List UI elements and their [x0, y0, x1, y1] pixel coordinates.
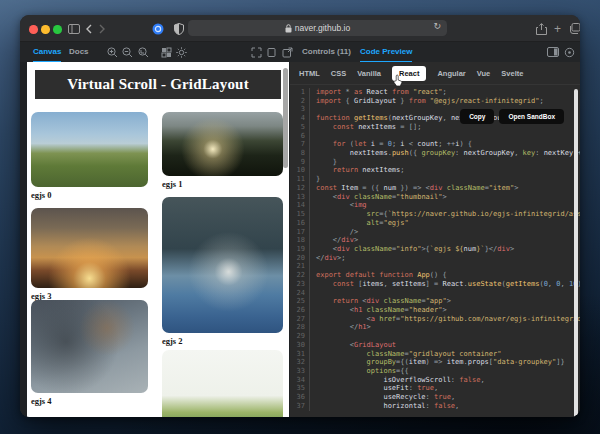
tab-docs[interactable]: Docs [69, 42, 89, 63]
code-actions: Copy Open SandBox [460, 109, 564, 124]
code-line-10: 10 return nextItems; [290, 166, 580, 175]
code-line-20: 20</div>; [290, 254, 580, 263]
code-tab-vanilla[interactable]: Vanilla [357, 69, 381, 78]
code-line-35: 35 useFit: true, [290, 384, 580, 393]
code-line-5: 5 const nextItems = []; [290, 123, 580, 132]
code-line-25: 25 return <div className="app"> [290, 297, 580, 306]
background-sun-icon[interactable] [176, 47, 187, 58]
code-line-16: 16 alt="egjs" [290, 219, 580, 228]
photo-caption-0: egjs 0 [31, 190, 52, 200]
address-text: naver.github.io [295, 23, 350, 33]
photo-caption-2: egjs 2 [162, 336, 183, 346]
tab-overview-icon[interactable] [568, 22, 580, 35]
panel-position-icon[interactable] [547, 47, 558, 58]
shortcuts-gear-icon[interactable] [564, 47, 575, 58]
code-line-21: 21 [290, 262, 580, 271]
code-line-2: 2import { GridLayout } from "@egjs/react… [290, 97, 580, 106]
code-scrollbar[interactable] [574, 89, 579, 417]
tab-canvas[interactable]: Canvas [33, 42, 61, 63]
code-line-17: 17 /> [290, 228, 580, 237]
code-line-26: 26 <h1 className="header"> [290, 306, 580, 315]
minimize-window-button[interactable] [41, 25, 50, 34]
code-line-32: 32 groupBy={(item) => item.props["data-g… [290, 358, 580, 367]
code-line-15: 15 src={`https://naver.github.io/egjs-in… [290, 210, 580, 219]
code-line-8: 8 nextItems.push({ groupKey: nextGroupKe… [290, 149, 580, 158]
preview-panel: Virtual Scroll - GridLayout egjs 0egjs 1… [27, 62, 289, 417]
photo-card-0 [31, 112, 148, 187]
code-tab-html[interactable]: HTML [299, 69, 320, 78]
tab-code-preview[interactable]: Code Preview [360, 42, 412, 63]
cursor-hand-icon [393, 74, 404, 87]
code-line-1: 1import * as React from "react"; [290, 88, 580, 97]
code-line-9: 9 } [290, 158, 580, 167]
code-line-34: 34 isOverflowScroll: false, [290, 376, 580, 385]
reload-icon[interactable]: ↻ [433, 21, 441, 31]
photo-caption-1: egjs 1 [162, 179, 183, 189]
desktop-wallpaper: naver.github.io ↻ + Canvas Docs [0, 0, 600, 434]
browser-window: naver.github.io ↻ + Canvas Docs [20, 15, 580, 417]
code-line-22: 22export default function App() { [290, 271, 580, 280]
code-line-30: 30 <GridLayout [290, 341, 580, 350]
zoom-reset-icon[interactable] [138, 47, 149, 58]
code-line-28: 28 </h1> [290, 323, 580, 332]
photo-caption-4: egjs 4 [31, 396, 52, 406]
code-line-14: 14 <img [290, 201, 580, 210]
code-editor: 1import * as React from "react";2import … [290, 85, 580, 417]
extension-icon[interactable] [151, 22, 164, 35]
preview-scrollbar[interactable] [283, 68, 288, 168]
open-new-tab-icon[interactable] [282, 47, 293, 58]
code-tab-vue[interactable]: Vue [477, 69, 490, 78]
code-line-6: 6 [290, 132, 580, 141]
tab-controls[interactable]: Controls (11) [302, 42, 351, 63]
code-line-13: 13 <div className="thumbnail"> [290, 193, 580, 202]
fullscreen-icon[interactable] [251, 47, 262, 58]
code-tab-angular[interactable]: Angular [437, 69, 465, 78]
privacy-shield-icon[interactable] [172, 22, 185, 35]
code-line-7: 7 for (let i = 0; i < count; ++i) { [290, 140, 580, 149]
code-line-24: 24 [290, 289, 580, 298]
photo-card-5 [162, 350, 283, 417]
zoom-out-icon[interactable] [122, 47, 133, 58]
code-lines: 1import * as React from "react";2import … [290, 88, 580, 411]
code-tab-svelte[interactable]: Svelte [501, 69, 523, 78]
code-line-12: 12const Item = ({ num }) => <div classNa… [290, 184, 580, 193]
outline-icon[interactable] [266, 47, 277, 58]
code-line-29: 29 [290, 332, 580, 341]
photo-card-2 [162, 197, 283, 333]
code-line-37: 37 horizontal: false, [290, 402, 580, 411]
lock-icon [285, 24, 292, 33]
code-line-31: 31 className="gridlayout container" [290, 350, 580, 359]
code-line-36: 36 useRecycle: true, [290, 393, 580, 402]
code-line-33: 33 options={{ [290, 367, 580, 376]
content-area: Virtual Scroll - GridLayout egjs 0egjs 1… [20, 62, 580, 417]
open-sandbox-button[interactable]: Open SandBox [499, 109, 564, 124]
background-grid-icon[interactable] [161, 47, 172, 58]
share-icon[interactable] [535, 22, 548, 35]
back-button-icon[interactable] [82, 22, 95, 35]
image-grid: egjs 0egjs 1egjs 2egjs 3egjs 4 [27, 62, 289, 417]
code-line-18: 18 </div> [290, 236, 580, 245]
code-language-tabs: HTMLCSSVanillaReactAngularVueSvelte [290, 62, 580, 85]
code-line-27: 27 <a href="https://github.com/naver/egj… [290, 315, 580, 324]
storybook-toolbar: Canvas Docs [20, 42, 580, 64]
address-bar[interactable]: naver.github.io ↻ [188, 20, 447, 36]
code-tab-css[interactable]: CSS [331, 69, 346, 78]
browser-titlebar: naver.github.io ↻ + [20, 15, 580, 42]
zoom-in-icon[interactable] [107, 47, 118, 58]
code-panel: HTMLCSSVanillaReactAngularVueSvelte 1imp… [290, 62, 580, 417]
sidebar-toggle-icon[interactable] [67, 22, 80, 35]
copy-button[interactable]: Copy [460, 109, 494, 124]
zoom-window-button[interactable] [53, 25, 62, 34]
code-line-23: 23 const [items, setItems] = React.useSt… [290, 280, 580, 289]
code-line-11: 11} [290, 175, 580, 184]
close-window-button[interactable] [29, 25, 38, 34]
photo-card-3 [31, 208, 148, 288]
code-line-19: 19 <div className="info">{`egjs ${num}`}… [290, 245, 580, 254]
new-tab-icon[interactable]: + [551, 22, 564, 35]
photo-card-4 [31, 300, 148, 393]
forward-button-icon[interactable] [95, 22, 108, 35]
photo-card-1 [162, 112, 283, 176]
